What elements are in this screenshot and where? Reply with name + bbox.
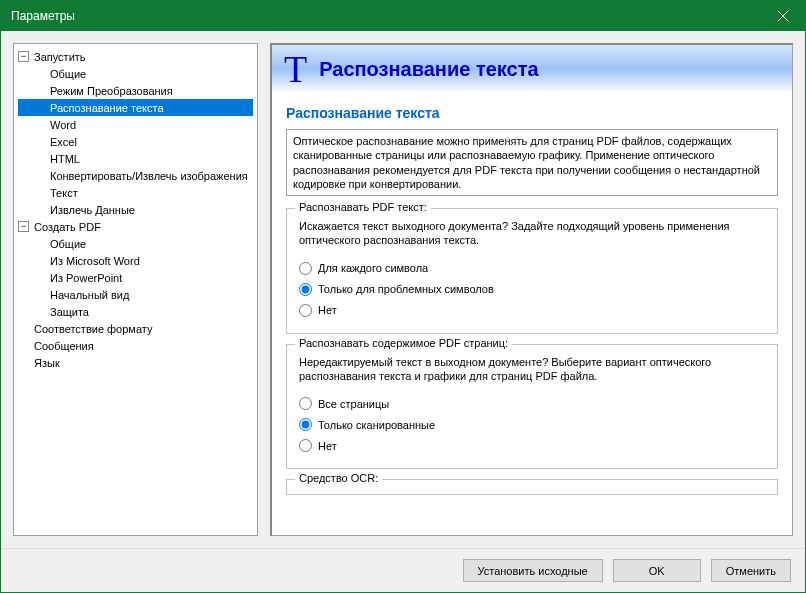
tree-item-pdf-general[interactable]: Общие (18, 235, 253, 252)
tree-item-text[interactable]: Текст (18, 184, 253, 201)
text-icon: T (284, 47, 307, 91)
info-text: Оптическое распознавание можно применять… (286, 129, 778, 196)
group-desc: Искажается текст выходного документа? За… (299, 219, 765, 248)
tree-item-initial-view[interactable]: Начальный вид (18, 286, 253, 303)
titlebar: Параметры (1, 1, 805, 31)
tree-item-convert-extract[interactable]: Конвертировать/Извлечь изображения (18, 167, 253, 184)
tree-item-excel[interactable]: Excel (18, 133, 253, 150)
settings-panel: T Распознавание текста Распознавание тек… (270, 43, 793, 536)
radio-scanned-only[interactable]: Только сканированные (299, 414, 765, 435)
tree-item-extract-data[interactable]: Извлечь Данные (18, 201, 253, 218)
radio-all-pages[interactable]: Все страницы (299, 393, 765, 414)
cancel-button[interactable]: Отменить (711, 559, 791, 582)
group-title: Распознавать PDF текст: (295, 201, 431, 213)
tree-item-create-pdf[interactable]: − Создать PDF (18, 218, 253, 235)
group-title: Средство OCR: (295, 472, 382, 484)
tree-item-html[interactable]: HTML (18, 150, 253, 167)
tree-item-language[interactable]: Язык (18, 354, 253, 371)
group-title: Распознавать содержимое PDF страниц: (295, 337, 512, 349)
close-button[interactable] (760, 1, 805, 31)
window-title: Параметры (11, 9, 75, 23)
radio-no-text[interactable]: Нет (299, 300, 765, 321)
group-recognize-pdf-text: Распознавать PDF текст: Искажается текст… (286, 208, 778, 334)
tree-item-messages[interactable]: Сообщения (18, 337, 253, 354)
group-desc: Нередактируемый текст в выходном докумен… (299, 355, 765, 384)
tree-item-conversion-mode[interactable]: Режим Преобразования (18, 82, 253, 99)
radio-no-pages[interactable]: Нет (299, 435, 765, 456)
tree-item-word[interactable]: Word (18, 116, 253, 133)
tree-item-format-compliance[interactable]: Соответствие формату (18, 320, 253, 337)
close-icon (778, 11, 788, 21)
radio-every-char[interactable]: Для каждого символа (299, 258, 765, 279)
dialog-footer: Установить исходные OK Отменить (1, 548, 805, 592)
tree-item-general[interactable]: Общие (18, 65, 253, 82)
tree-item-from-word[interactable]: Из Microsoft Word (18, 252, 253, 269)
tree-item-launch[interactable]: − Запустить (18, 48, 253, 65)
group-ocr-tool: Средство OCR: (286, 479, 778, 495)
ok-button[interactable]: OK (613, 559, 701, 582)
reset-button[interactable]: Установить исходные (463, 559, 603, 582)
tree-item-text-recognition[interactable]: Распознавание текста (18, 99, 253, 116)
radio-problem-chars[interactable]: Только для проблемных символов (299, 279, 765, 300)
tree-item-security[interactable]: Защита (18, 303, 253, 320)
panel-header: T Распознавание текста (272, 45, 792, 93)
panel-title: Распознавание текста (319, 58, 538, 81)
tree-item-from-ppt[interactable]: Из PowerPoint (18, 269, 253, 286)
group-recognize-pdf-pages: Распознавать содержимое PDF страниц: Нер… (286, 344, 778, 470)
collapse-icon[interactable]: − (18, 221, 29, 232)
collapse-icon[interactable]: − (18, 51, 29, 62)
section-title: Распознавание текста (286, 105, 778, 121)
navigation-tree[interactable]: − Запустить Общие Режим Преобразования Р… (13, 43, 258, 536)
